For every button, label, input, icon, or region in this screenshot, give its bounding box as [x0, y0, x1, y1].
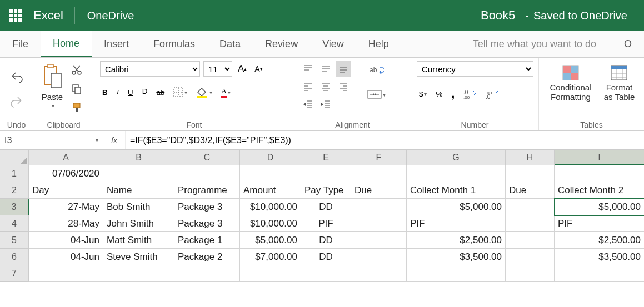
cell-i6[interactable]: $3,500.00: [555, 249, 644, 265]
name-box[interactable]: I3 ▾: [0, 131, 103, 149]
menu-home[interactable]: Home: [41, 31, 92, 57]
cell-h1[interactable]: [506, 165, 555, 182]
align-left-button[interactable]: [300, 79, 316, 94]
cell-a6[interactable]: 04-Jun: [29, 249, 103, 265]
cell-i1[interactable]: [555, 165, 644, 182]
cell-f4[interactable]: [351, 215, 407, 232]
cell-d6[interactable]: $7,000.00: [240, 249, 301, 265]
cell-a2[interactable]: Day: [29, 182, 103, 199]
cell-g6[interactable]: $3,500.00: [407, 249, 506, 265]
format-painter-button[interactable]: [69, 100, 84, 115]
spreadsheet-grid[interactable]: A B C D E F G H I 1 07/06/2020 2 Day Nam…: [0, 150, 644, 282]
app-name[interactable]: Excel: [31, 7, 75, 24]
cell-i3[interactable]: $5,000.00: [555, 199, 644, 215]
cut-button[interactable]: [69, 62, 84, 78]
menu-review[interactable]: Review: [253, 31, 310, 57]
cell-b6[interactable]: Steve Smith: [103, 249, 174, 265]
underline-button[interactable]: U: [126, 86, 136, 99]
document-name[interactable]: Book5: [475, 8, 521, 23]
row-header-4[interactable]: 4: [0, 215, 29, 232]
cell-e4[interactable]: PIF: [301, 215, 351, 232]
decrease-indent-button[interactable]: [300, 97, 316, 112]
cell-a1[interactable]: 07/06/2020: [29, 165, 103, 182]
row-header-2[interactable]: 2: [0, 182, 29, 199]
cell-c3[interactable]: Package 3: [174, 199, 240, 215]
cell-b5[interactable]: Matt Smith: [103, 232, 174, 249]
cell-b1[interactable]: [103, 165, 174, 182]
increase-font-button[interactable]: A▴: [236, 61, 249, 77]
cell-g7[interactable]: [407, 265, 506, 282]
italic-button[interactable]: I: [114, 85, 121, 99]
cell-e6[interactable]: DD: [301, 249, 351, 265]
cell-f7[interactable]: [351, 265, 407, 282]
align-bottom-button[interactable]: [336, 61, 351, 77]
cell-h4[interactable]: [506, 215, 555, 232]
align-middle-button[interactable]: [318, 61, 333, 77]
menu-insert[interactable]: Insert: [92, 31, 141, 57]
col-header-h[interactable]: H: [506, 150, 555, 165]
wrap-text-button[interactable]: ab: [365, 63, 388, 79]
cell-h6[interactable]: [506, 249, 555, 265]
cell-f6[interactable]: [351, 249, 407, 265]
cell-e1[interactable]: [301, 165, 351, 182]
increase-indent-button[interactable]: [318, 97, 333, 112]
col-header-g[interactable]: G: [407, 150, 506, 165]
accounting-format-button[interactable]: $▾: [417, 88, 429, 100]
cell-c5[interactable]: Package 1: [174, 232, 240, 249]
cell-i5[interactable]: $2,500.00: [555, 232, 644, 249]
cell-a7[interactable]: [29, 265, 103, 282]
menu-formulas[interactable]: Formulas: [141, 31, 207, 57]
align-center-button[interactable]: [318, 79, 333, 94]
cell-d1[interactable]: [240, 165, 301, 182]
align-right-button[interactable]: [336, 79, 351, 94]
row-header-6[interactable]: 6: [0, 249, 29, 265]
cell-h2[interactable]: Due: [506, 182, 555, 199]
double-underline-button[interactable]: D: [140, 85, 150, 99]
cell-b4[interactable]: John Smith: [103, 215, 174, 232]
row-header-3[interactable]: 3: [0, 199, 29, 215]
formula-input[interactable]: [126, 131, 644, 149]
cell-h7[interactable]: [506, 265, 555, 282]
select-all-corner[interactable]: [0, 150, 29, 165]
percent-format-button[interactable]: %: [433, 88, 445, 100]
menu-view[interactable]: View: [310, 31, 356, 57]
cell-g2[interactable]: Collect Month 1: [407, 182, 506, 199]
conditional-formatting-button[interactable]: Conditional Formatting: [545, 61, 597, 104]
cell-b7[interactable]: [103, 265, 174, 282]
paste-button[interactable]: Paste ▾: [39, 61, 66, 111]
cell-i4[interactable]: PIF: [555, 215, 644, 232]
menu-data[interactable]: Data: [207, 31, 253, 57]
col-header-f[interactable]: F: [351, 150, 407, 165]
cell-g3[interactable]: $5,000.00: [407, 199, 506, 215]
cell-e2[interactable]: Pay Type: [301, 182, 351, 199]
cell-a5[interactable]: 04-Jun: [29, 232, 103, 249]
cell-d7[interactable]: [240, 265, 301, 282]
cell-d3[interactable]: $10,000.00: [240, 199, 301, 215]
number-format-select[interactable]: Currency: [417, 61, 533, 77]
cell-e5[interactable]: DD: [301, 232, 351, 249]
decrease-decimal-button[interactable]: .00.0: [483, 87, 501, 101]
cell-c2[interactable]: Programme: [174, 182, 240, 199]
col-header-d[interactable]: D: [240, 150, 301, 165]
decrease-font-button[interactable]: A▾: [252, 62, 264, 76]
cell-i2[interactable]: Collect Month 2: [555, 182, 644, 199]
cell-a4[interactable]: 28-May: [29, 215, 103, 232]
cell-c4[interactable]: Package 3: [174, 215, 240, 232]
save-status[interactable]: Saved to OneDrive: [533, 9, 644, 22]
cell-d2[interactable]: Amount: [240, 182, 301, 199]
cell-f3[interactable]: [351, 199, 407, 215]
font-family-select[interactable]: Calibri: [100, 61, 200, 77]
cell-g1[interactable]: [407, 165, 506, 182]
row-header-5[interactable]: 5: [0, 232, 29, 249]
cell-b2[interactable]: Name: [103, 182, 174, 199]
fx-button[interactable]: fx: [103, 131, 126, 149]
row-header-7[interactable]: 7: [0, 265, 29, 282]
col-header-b[interactable]: B: [103, 150, 174, 165]
cell-d5[interactable]: $5,000.00: [240, 232, 301, 249]
cell-f1[interactable]: [351, 165, 407, 182]
row-header-1[interactable]: 1: [0, 165, 29, 182]
bold-button[interactable]: B: [100, 86, 110, 99]
cell-c7[interactable]: [174, 265, 240, 282]
cell-c6[interactable]: Package 2: [174, 249, 240, 265]
col-header-a[interactable]: A: [29, 150, 103, 165]
